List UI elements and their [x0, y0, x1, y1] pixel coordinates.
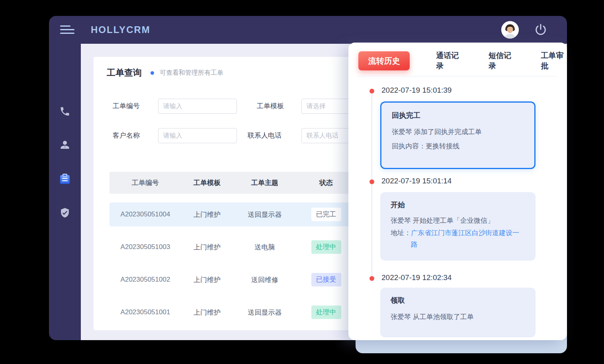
timeline-card-title: 回执完工: [392, 111, 524, 120]
tab-flow-history[interactable]: 流转历史: [358, 51, 410, 70]
col-header-status: 状态: [297, 178, 356, 187]
status-badge: 已完工: [311, 208, 341, 221]
cell-order-id: A202305051001: [109, 308, 181, 316]
address-label: 地址：: [391, 227, 411, 250]
cell-order-id: A202305051003: [109, 243, 181, 251]
tabs-divider: [358, 76, 557, 76]
clipboard-icon: [59, 173, 71, 185]
col-header-order-id: 工单编号: [109, 178, 181, 187]
timeline-card-line: 回执内容：更换转接线: [392, 139, 524, 154]
filter-label-order-id: 工单编号: [113, 99, 140, 114]
timeline-dot: [369, 89, 374, 93]
screen: HOLLYCRM: [0, 0, 604, 364]
sidebar-item-contacts[interactable]: [49, 136, 81, 154]
cell-template: 上门维护: [181, 275, 233, 284]
panel-tabs: 流转历史 通话记录 短信记录 工单审批: [358, 51, 567, 70]
page-header: 工单查询 可查看和管理所有工单: [107, 67, 223, 79]
status-badge: 处理中: [311, 240, 341, 254]
filter-label-template: 工单模板: [257, 99, 284, 114]
timeline-timestamp: 2022-07-19 12:02:34: [381, 273, 452, 282]
top-bar: HOLLYCRM: [49, 16, 567, 44]
cell-template: 上门维护: [181, 308, 233, 317]
cell-subject: 送回显示器: [233, 210, 297, 219]
sidebar-item-calls[interactable]: [49, 103, 81, 120]
page-subtitle: 可查看和管理所有工单: [160, 69, 223, 77]
timeline-dot: [369, 276, 374, 281]
cell-template: 上门维护: [181, 210, 233, 219]
status-badge: 已接受: [311, 273, 341, 286]
col-header-subject: 工单主题: [233, 178, 297, 187]
cell-template: 上门维护: [181, 243, 233, 252]
power-icon[interactable]: [534, 23, 547, 37]
table-row[interactable]: A202305051003 上门维护 送电脑 处理中: [109, 235, 356, 259]
timeline-line: [371, 91, 372, 278]
cell-order-id: A202305051002: [109, 276, 181, 284]
timeline-card-line: 张爱琴 从工单池领取了工单: [391, 310, 525, 324]
table-row[interactable]: A202305051004 上门维护 送回显示器 已完工: [109, 202, 356, 226]
status-badge: 处理中: [311, 306, 341, 319]
hamburger-menu-icon[interactable]: [60, 25, 78, 35]
sidebar-item-work-orders[interactable]: [49, 170, 81, 188]
page-title: 工单查询: [107, 67, 142, 79]
timeline-card-title: 开始: [391, 200, 525, 210]
timeline-timestamp: 2022-07-19 15:01:14: [381, 177, 452, 185]
timeline-card-start[interactable]: 开始 张爱琴 开始处理工单「企业微信」 地址： 广东省江门市蓬江区白沙街道建设一…: [380, 192, 536, 261]
order-id-input[interactable]: [158, 99, 237, 114]
person-icon: [59, 139, 71, 151]
left-sidebar: [49, 44, 81, 340]
timeline-card-receipt-complete[interactable]: 回执完工 张爱琴 添加了回执并完成工单 回执内容：更换转接线: [380, 101, 536, 169]
timeline-timestamp: 2022-07-19 15:01:39: [381, 86, 452, 95]
filter-label-contact-phone: 联系人电话: [248, 128, 281, 143]
timeline-card-address-row: 地址： 广东省江门市蓬江区白沙街道建设一路: [391, 227, 525, 250]
avatar-image: [501, 21, 519, 39]
table-row[interactable]: A202305051001 上门维护 送回显示器 处理中: [109, 300, 356, 324]
timeline-card-line: 张爱琴 开始处理工单「企业微信」: [391, 214, 525, 227]
table-row[interactable]: A202305051002 上门维护 送回维修 已接受: [109, 268, 356, 292]
table-header-row: 工单编号 工单模板 工单主题 状态: [109, 172, 356, 194]
timeline-dot: [369, 179, 374, 184]
timeline-card-claim[interactable]: 领取 张爱琴 从工单池领取了工单: [380, 288, 536, 337]
shield-check-icon: [59, 207, 70, 218]
col-header-template: 工单模板: [181, 178, 233, 187]
address-link[interactable]: 广东省江门市蓬江区白沙街道建设一路: [411, 227, 525, 250]
user-avatar[interactable]: [501, 21, 519, 39]
cell-order-id: A202305051004: [109, 210, 181, 218]
customer-name-input[interactable]: [158, 128, 237, 143]
timeline-card-line: 张爱琴 添加了回执并完成工单: [392, 125, 524, 139]
tab-order-approval[interactable]: 工单审批: [541, 51, 567, 71]
timeline-card-title: 领取: [391, 296, 525, 305]
work-order-table: 工单编号 工单模板 工单主题 状态 A202305051004 上门维护 送回显…: [109, 172, 356, 324]
cell-subject: 送回显示器: [233, 308, 297, 317]
filter-label-customer: 客户名称: [113, 128, 140, 143]
cell-subject: 送回维修: [233, 275, 297, 284]
app-logo: HOLLYCRM: [91, 24, 151, 35]
subtitle-dot-icon: [151, 71, 154, 75]
history-panel: 流转历史 通话记录 短信记录 工单审批 2022-07-19 15:01:39 …: [348, 43, 567, 340]
sidebar-item-security[interactable]: [49, 204, 81, 222]
tab-sms-records[interactable]: 短信记录: [489, 51, 515, 71]
phone-icon: [59, 106, 70, 117]
tab-call-records[interactable]: 通话记录: [436, 51, 462, 71]
cell-subject: 送电脑: [233, 243, 297, 252]
